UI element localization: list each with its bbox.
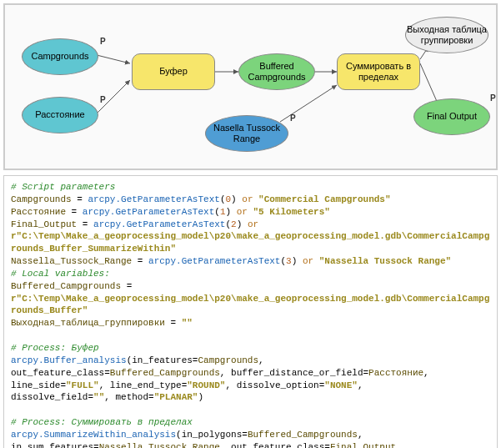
svg-line-0 — [97, 55, 130, 63]
var: Campgrounds — [11, 194, 72, 204]
node-distance[interactable]: Расстояние — [22, 97, 98, 133]
node-output-table[interactable]: Выходная таблица группировки — [405, 17, 488, 53]
node-nasella[interactable]: Nasella Tussock Range — [205, 115, 288, 152]
comment: # Script parameters — [11, 182, 115, 192]
param-badge: P — [100, 95, 106, 104]
param-badge: P — [100, 37, 106, 46]
label: Расстояние — [35, 109, 84, 120]
node-final-output[interactable]: Final Output — [413, 98, 490, 135]
node-summarize-tool[interactable]: Суммировать в пределах — [337, 53, 420, 90]
label: Nasella Tussock Range — [206, 123, 288, 144]
label: Final Output — [427, 111, 477, 122]
label: Суммировать в пределах — [338, 61, 419, 83]
node-campgrounds[interactable]: Campgrounds — [22, 38, 98, 75]
param-badge: P — [290, 113, 296, 123]
node-buffered[interactable]: Buffered Campgrounds — [238, 53, 315, 90]
label: Выходная таблица группировки — [406, 24, 488, 46]
func: arcpy.GetParameterAsText — [88, 194, 219, 204]
param-badge: P — [490, 93, 496, 103]
script-code: # Script parameters Campgrounds = arcpy.… — [3, 175, 498, 448]
model-diagram: Campgrounds P Расстояние P Буфер Buffere… — [3, 3, 498, 170]
svg-line-4 — [280, 85, 337, 122]
label: Buffered Campgrounds — [239, 61, 314, 83]
label: Campgrounds — [31, 51, 88, 62]
svg-line-5 — [420, 63, 438, 105]
label: Буфер — [159, 66, 188, 77]
node-buffer-tool[interactable]: Буфер — [132, 53, 215, 90]
